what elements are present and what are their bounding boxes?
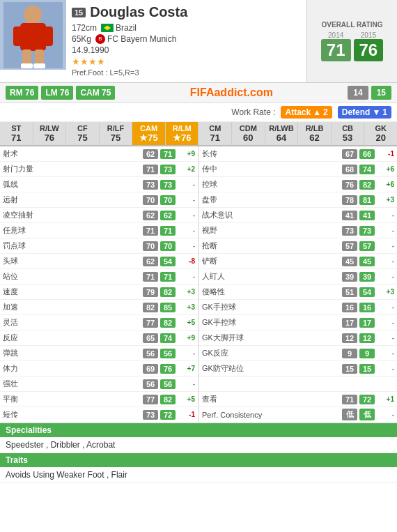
rating-2015-block: 2015 76 xyxy=(354,31,384,61)
ver-14: 14 xyxy=(348,86,368,100)
stat-pos-cell: CM71 xyxy=(198,122,232,145)
club-icon: B xyxy=(95,34,105,44)
stats-container: 射术6271+9射门力量7173+2弧线7373-远射7070-凌空抽射6262… xyxy=(0,146,397,423)
stat-pos-cell: R/LF75 xyxy=(100,122,133,145)
player-height: 172cm xyxy=(72,23,97,33)
stat-row: 短传7372-1 xyxy=(0,407,198,423)
positions-row: RM 76 LM 76 CAM 75 FIFAaddict.com 14 15 xyxy=(0,83,397,103)
stat-row: 侵略性5154+3 xyxy=(199,284,397,300)
stat-row: GK防守站位1515- xyxy=(199,361,397,377)
workrate-defend: Defend ▼ 1 xyxy=(338,106,391,119)
traits-header: Traits xyxy=(0,453,397,467)
stat-row: 平衡7782+5 xyxy=(0,392,198,407)
stat-row: 弹跳5656- xyxy=(0,346,198,361)
player-header: 15 Douglas Costa 172cm Brazil 65Kg B FC … xyxy=(0,0,397,83)
stat-row: 凌空抽射6262- xyxy=(0,208,198,223)
player-name: Douglas Costa xyxy=(90,4,187,20)
right-stats-col: 长传6766-1传中6874+6控球7682+6盘带7881+3战术意识4141… xyxy=(199,146,397,423)
stat-row: 站位7171- xyxy=(0,269,198,284)
specialities-section: Specialities Speedster , Dribbler , Acro… xyxy=(0,423,397,453)
specialities-content: Speedster , Dribbler , Acrobat xyxy=(0,437,397,453)
left-stats-col: 射术6271+9射门力量7173+2弧线7373-远射7070-凌空抽射6262… xyxy=(0,146,198,423)
svg-rect-2 xyxy=(20,23,46,51)
stat-row: 加速8285+3 xyxy=(0,300,198,315)
player-number: 15 xyxy=(72,8,86,17)
player-info: 15 Douglas Costa 172cm Brazil 65Kg B FC … xyxy=(66,0,306,82)
pref-foot: Pref.Foot : L=5,R=3 xyxy=(72,68,139,77)
stat-row: 任意球7171- xyxy=(0,223,198,238)
stat-pos-cell: ST71 xyxy=(0,122,33,145)
stat-pos-cell: CB53 xyxy=(332,122,365,145)
stat-pos-cell: CDM60 xyxy=(232,122,265,145)
year-2015: 2015 xyxy=(361,31,376,39)
stat-row: 盘带7881+3 xyxy=(199,192,397,208)
stat-row: 弧线7373- xyxy=(0,177,198,192)
pos-cam: CAM 75 xyxy=(76,86,115,100)
stat-row: 射门力量7173+2 xyxy=(0,162,198,177)
overall-title: OVERALL RATING xyxy=(322,21,383,29)
stat-row: 远射7070- xyxy=(0,192,198,208)
traits-content: Avoids Using Weaker Foot , Flair xyxy=(0,467,397,483)
stat-pos-cell: R/LB62 xyxy=(298,122,332,145)
workrate-row: Work Rate : Attack ▲ 2 Defend ▼ 1 xyxy=(0,103,397,122)
stat-row: 战术意识4141- xyxy=(199,208,397,223)
traits-section: Traits Avoids Using Weaker Foot , Flair xyxy=(0,453,397,483)
stat-row: GK大脚开球1212- xyxy=(199,330,397,346)
stat-row: 体力6976+7 xyxy=(0,361,198,377)
stat-row xyxy=(199,377,397,392)
ver-15: 15 xyxy=(371,86,391,100)
stat-row: 传中6874+6 xyxy=(199,162,397,177)
rating-value-2015: 76 xyxy=(354,39,384,61)
player-stars: ★★★★ xyxy=(72,56,105,67)
player-photo xyxy=(0,0,66,70)
svg-rect-3 xyxy=(13,26,22,46)
svg-rect-4 xyxy=(44,26,53,46)
stat-row: 控球7682+6 xyxy=(199,177,397,192)
stat-row: GK反应99- xyxy=(199,346,397,361)
stat-row: 反应6574+9 xyxy=(0,330,198,346)
stat-row: 人盯人3939- xyxy=(199,269,397,284)
nationality: Brazil xyxy=(116,23,137,33)
svg-rect-7 xyxy=(21,63,33,68)
stat-pos-cell: R/LM★76 xyxy=(166,122,199,145)
specialities-header: Specialities xyxy=(0,423,397,437)
stat-row: 罚点球7070- xyxy=(0,238,198,254)
stat-pos-cell: CAM★75 xyxy=(132,122,166,145)
stat-row: 长传6766-1 xyxy=(199,146,397,162)
svg-rect-8 xyxy=(33,63,45,68)
stat-pos-cell: GK20 xyxy=(364,122,397,145)
version-badges: 14 15 xyxy=(348,86,391,100)
stat-pos-cell: R/LW76 xyxy=(33,122,67,145)
stat-row: 灵活7782+5 xyxy=(0,315,198,330)
stat-row: 铲断4545- xyxy=(199,254,397,269)
stat-row: Perf. Consistency低低- xyxy=(199,407,397,423)
rating-2014-block: 2014 71 xyxy=(321,31,351,61)
year-2014: 2014 xyxy=(328,31,343,39)
club-row: B FC Bayern Munich xyxy=(95,34,176,44)
stat-pos-cell: CF75 xyxy=(66,122,100,145)
stat-row: 视野7373- xyxy=(199,223,397,238)
stat-row: 头球6254-8 xyxy=(0,254,198,269)
player-dob: 14.9.1990 xyxy=(72,45,109,55)
pos-rm: RM 76 xyxy=(6,86,38,100)
stat-row: 抢断5757- xyxy=(199,238,397,254)
overall-rating-box: OVERALL RATING 2014 71 2015 76 xyxy=(306,0,397,82)
stat-row: 查看7172+1 xyxy=(199,392,397,407)
stat-row: GK手控球1616- xyxy=(199,300,397,315)
svg-point-1 xyxy=(24,6,42,24)
stat-positions-row: ST71R/LW76CF75R/LF75CAM★75R/LM★76CM71CDM… xyxy=(0,122,397,146)
stat-row: GK手控球1717- xyxy=(199,315,397,330)
brand-label: FIFAaddict.com xyxy=(118,86,345,99)
stat-row: 速度7982+3 xyxy=(0,284,198,300)
stat-row: 射术6271+9 xyxy=(0,146,198,162)
player-weight: 65Kg xyxy=(72,34,91,44)
brazil-flag xyxy=(101,24,114,32)
workrate-attack: Attack ▲ 2 xyxy=(281,106,332,119)
club-name: FC Bayern Munich xyxy=(107,34,176,44)
nationality-row: Brazil xyxy=(101,23,137,33)
stat-pos-cell: R/LWB64 xyxy=(265,122,299,145)
workrate-label: Work Rate : xyxy=(231,107,275,117)
stat-row: 强壮5656- xyxy=(0,377,198,392)
rating-value-2014: 71 xyxy=(321,39,351,61)
pos-lm: LM 76 xyxy=(41,86,73,100)
